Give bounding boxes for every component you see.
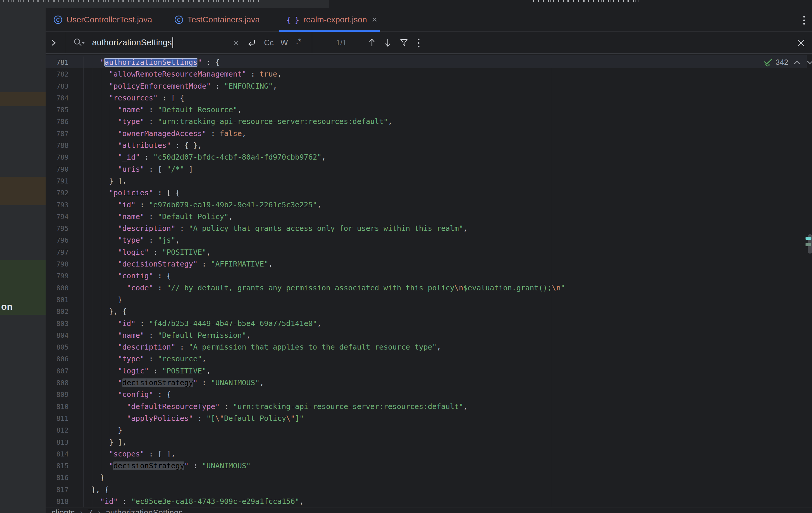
- code-line[interactable]: }, {: [74, 484, 565, 496]
- regex-toggle[interactable]: .*: [292, 36, 305, 47]
- code-line[interactable]: "code" : "// by default, grants any perm…: [74, 282, 565, 294]
- code-line[interactable]: "name" : "Default Policy",: [74, 211, 565, 223]
- line-number: 798: [46, 258, 68, 270]
- search-options-kebab-icon[interactable]: [416, 38, 422, 48]
- diff-band-modified: [0, 177, 46, 205]
- tab-label: realm-export.json: [303, 15, 367, 24]
- code-line[interactable]: "policies" : [ {: [74, 187, 565, 199]
- code-line[interactable]: "applyPolicies" : "[\"Default Policy\"]": [74, 412, 565, 424]
- separator: [312, 32, 312, 53]
- breadcrumb-item[interactable]: clients: [52, 508, 75, 513]
- code-line[interactable]: } ],: [74, 436, 565, 448]
- expand-search-chevron-icon[interactable]: [49, 38, 58, 47]
- code-line[interactable]: "type" : "urn:tracking-api-resource-serv…: [74, 116, 565, 128]
- code-line[interactable]: "uris" : [ "/*" ]: [74, 163, 565, 175]
- clear-search-icon[interactable]: [232, 39, 240, 47]
- tab-realm-export-active[interactable]: { } realm-export.json: [279, 8, 380, 32]
- line-number: 797: [46, 246, 68, 258]
- code-line[interactable]: }: [74, 472, 565, 484]
- line-number: 803: [46, 318, 68, 329]
- code-line[interactable]: }, {: [74, 306, 565, 318]
- inspections-widget[interactable]: 342: [764, 58, 812, 67]
- words-toggle[interactable]: W: [278, 37, 290, 48]
- line-number: 790: [46, 163, 68, 175]
- code-line[interactable]: "logic" : "POSITIVE",: [74, 365, 565, 377]
- line-number: 789: [46, 151, 68, 163]
- line-number: 787: [46, 128, 68, 140]
- close-search-icon[interactable]: [795, 37, 807, 49]
- stripe-occurrence-mark[interactable]: [806, 243, 811, 246]
- code-line[interactable]: "allowRemoteResourceManagement" : true,: [74, 68, 565, 80]
- tab-close-icon[interactable]: [371, 17, 378, 23]
- code-line[interactable]: } ],: [74, 175, 565, 187]
- line-number: 809: [46, 389, 68, 401]
- code-line[interactable]: "_id" : "c50d2d07-bfdc-4cbf-80a4-fd970cb…: [74, 151, 565, 163]
- code-line[interactable]: "id" : "f4d7b253-4449-4b47-b5e4-69a775d1…: [74, 318, 565, 329]
- code-line[interactable]: "type" : "resource",: [74, 353, 565, 365]
- line-number: 816: [46, 472, 68, 484]
- code-line[interactable]: "description" : "A policy that grants ac…: [74, 223, 565, 235]
- tab-label: UserControllerTest.java: [66, 15, 152, 24]
- code-line[interactable]: "defaultResourceType" : "urn:tracking-ap…: [74, 401, 565, 412]
- line-number: 792: [46, 187, 68, 199]
- code-line[interactable]: "decisionStrategy" : "UNANIMOUS",: [74, 377, 565, 389]
- diff-band-modified: [0, 92, 46, 106]
- line-number-gutter: 7817827837847857867877887897907917927937…: [46, 57, 68, 507]
- line-number: 817: [46, 484, 68, 496]
- typos-check-icon: [764, 58, 773, 66]
- code-line[interactable]: "resources" : [ {: [74, 92, 565, 104]
- line-number: 814: [46, 448, 68, 460]
- code-line[interactable]: "ownerManagedAccess" : false,: [74, 128, 565, 140]
- code-line[interactable]: "config" : {: [74, 389, 565, 401]
- code-line[interactable]: "authorizationSettings" : {: [74, 57, 565, 68]
- line-number: 788: [46, 140, 68, 151]
- new-line-icon[interactable]: [246, 38, 257, 48]
- next-match-arrow-icon[interactable]: [383, 37, 393, 48]
- next-problem-chevron-icon[interactable]: [806, 60, 812, 65]
- code-editor[interactable]: 7817827837847857867877887897907917927937…: [46, 54, 812, 507]
- code-line[interactable]: "logic" : "POSITIVE",: [74, 246, 565, 258]
- tab-testcontainers[interactable]: C TestContainers.java: [171, 8, 268, 32]
- code-line[interactable]: "attributes" : { },: [74, 140, 565, 151]
- search-mode-icon[interactable]: [72, 37, 86, 48]
- find-bar: authorizationSettings Cc W .* 1/1: [46, 32, 812, 54]
- match-case-toggle[interactable]: Cc: [262, 37, 276, 48]
- breadcrumb-separator: ›: [98, 508, 100, 513]
- code-line[interactable]: "config" : {: [74, 270, 565, 282]
- code-line[interactable]: }: [74, 424, 565, 436]
- clipped-text-right: [533, 0, 638, 2]
- code-line[interactable]: "id" : "ec95ce3e-ca18-4743-909c-e29a1fcc…: [74, 496, 565, 507]
- prev-problem-chevron-icon[interactable]: [793, 60, 801, 65]
- previous-match-arrow-icon[interactable]: [367, 37, 377, 48]
- line-number: 801: [46, 294, 68, 306]
- code-line[interactable]: "name" : "Default Resource",: [74, 104, 565, 116]
- breadcrumbs-bar: clients›7›authorizationSettings: [46, 507, 812, 513]
- search-input[interactable]: authorizationSettings: [92, 32, 173, 53]
- code-line[interactable]: "name" : "Default Permission",: [74, 329, 565, 341]
- stripe-match-mark[interactable]: [806, 237, 811, 240]
- filter-funnel-icon[interactable]: [399, 37, 409, 48]
- code-line[interactable]: "id" : "e97db079-ea19-49b2-9e41-2261c5c3…: [74, 199, 565, 211]
- code-line[interactable]: "type" : "js",: [74, 235, 565, 246]
- occurrence-highlight: decisionStrategy: [113, 461, 184, 470]
- code-line[interactable]: "decisionStrategy" : "AFFIRMATIVE",: [74, 258, 565, 270]
- inspection-count: 342: [776, 58, 788, 67]
- svg-text:C: C: [177, 17, 181, 23]
- code-text-area[interactable]: "authorizationSettings" : { "allowRemote…: [74, 57, 565, 507]
- tab-label: TestContainers.java: [187, 15, 260, 24]
- code-line[interactable]: }: [74, 294, 565, 306]
- line-number: 818: [46, 496, 68, 507]
- line-number: 805: [46, 341, 68, 353]
- line-number: 813: [46, 436, 68, 448]
- line-number: 782: [46, 68, 68, 80]
- tab-options-kebab-icon[interactable]: [803, 15, 806, 25]
- breadcrumb-item[interactable]: authorizationSettings: [106, 508, 183, 513]
- code-line[interactable]: "policyEnforcementMode" : "ENFORCING",: [74, 80, 565, 92]
- tab-usercontrollertest[interactable]: C UserControllerTest.java: [49, 8, 161, 32]
- line-number: 812: [46, 424, 68, 436]
- breadcrumb-item[interactable]: 7: [88, 508, 93, 513]
- code-line[interactable]: "description" : "A permission that appli…: [74, 341, 565, 353]
- code-line[interactable]: "scopes" : [ ],: [74, 448, 565, 460]
- code-line[interactable]: "decisionStrategy" : "UNANIMOUS": [74, 460, 565, 472]
- line-number: 802: [46, 306, 68, 318]
